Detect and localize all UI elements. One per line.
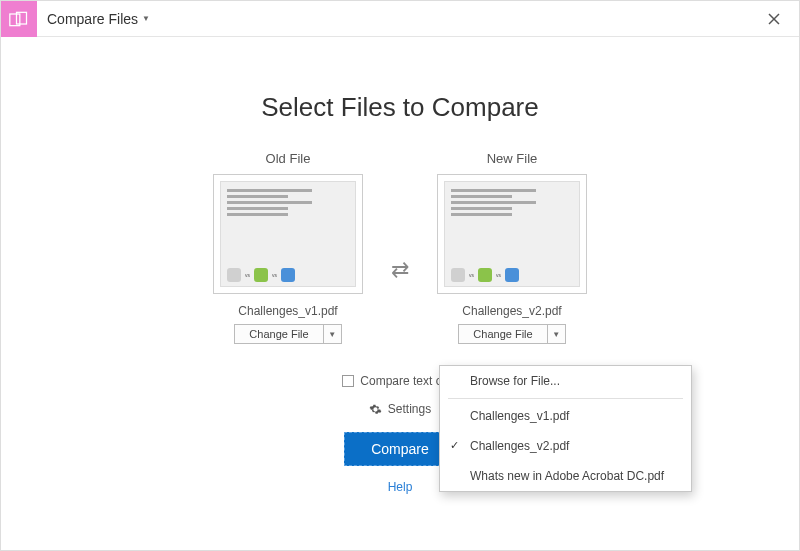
- page-heading: Select Files to Compare: [1, 92, 799, 123]
- old-file-thumbnail[interactable]: vs vs: [213, 174, 363, 294]
- new-change-file-button[interactable]: Change File: [458, 324, 547, 344]
- dropdown-file-item[interactable]: Challenges_v1.pdf: [440, 401, 691, 431]
- old-file-column: Old File vs vs Challenges_v1.pdf Change …: [213, 151, 363, 344]
- dropdown-file-item[interactable]: ✓ Challenges_v2.pdf: [440, 431, 691, 461]
- app-icon: [1, 1, 37, 37]
- old-file-label: Old File: [266, 151, 311, 166]
- title-dropdown-caret[interactable]: ▼: [142, 14, 150, 23]
- new-change-file-dropdown[interactable]: ▼: [548, 324, 566, 344]
- thumbnail-preview: vs vs: [444, 181, 580, 287]
- close-icon: [767, 12, 781, 26]
- swap-icon[interactable]: ⇄: [391, 257, 409, 283]
- change-file-dropdown-menu: Browse for File... Challenges_v1.pdf ✓ C…: [439, 365, 692, 492]
- gear-icon: [369, 403, 382, 416]
- new-file-column: New File vs vs Challenges_v2.pdf Change …: [437, 151, 587, 344]
- check-icon: ✓: [450, 439, 459, 452]
- old-change-file-group: Change File ▼: [234, 324, 341, 344]
- dropdown-browse-item[interactable]: Browse for File...: [440, 366, 691, 396]
- compare-files-icon: [9, 11, 29, 27]
- new-change-file-group: Change File ▼: [458, 324, 565, 344]
- files-row: Old File vs vs Challenges_v1.pdf Change …: [1, 151, 799, 344]
- thumbnail-preview: vs vs: [220, 181, 356, 287]
- dropdown-separator: [448, 398, 683, 399]
- compare-text-only-checkbox[interactable]: [342, 375, 354, 387]
- dropdown-item-label: Whats new in Adobe Acrobat DC.pdf: [470, 469, 664, 483]
- dropdown-item-label: Challenges_v2.pdf: [470, 439, 569, 453]
- new-file-name: Challenges_v2.pdf: [462, 304, 561, 318]
- dropdown-file-item[interactable]: Whats new in Adobe Acrobat DC.pdf: [440, 461, 691, 491]
- titlebar: Compare Files ▼: [1, 1, 799, 37]
- close-button[interactable]: [759, 4, 789, 34]
- old-change-file-dropdown[interactable]: ▼: [324, 324, 342, 344]
- old-file-name: Challenges_v1.pdf: [238, 304, 337, 318]
- window-title[interactable]: Compare Files: [47, 11, 138, 27]
- dropdown-item-label: Challenges_v1.pdf: [470, 409, 569, 423]
- new-file-label: New File: [487, 151, 538, 166]
- settings-label: Settings: [388, 402, 431, 416]
- old-change-file-button[interactable]: Change File: [234, 324, 323, 344]
- new-file-thumbnail[interactable]: vs vs: [437, 174, 587, 294]
